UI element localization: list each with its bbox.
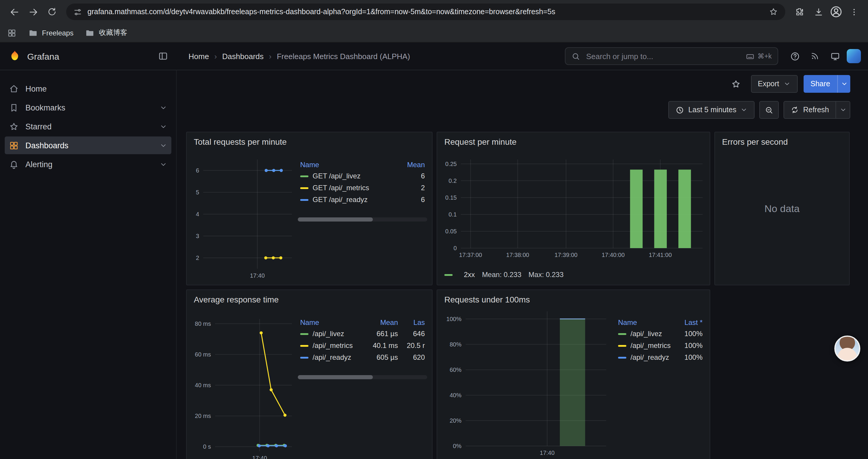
apps-grid-icon[interactable] (7, 28, 17, 37)
forward-icon (28, 7, 38, 17)
legend-mean-value: Mean: 0.233 (482, 270, 521, 279)
user-avatar[interactable] (847, 49, 861, 63)
legend-series-name[interactable]: GET /api/_livez (298, 170, 397, 182)
downloads-button[interactable] (810, 4, 827, 20)
back-button[interactable] (6, 4, 23, 20)
series-color-dash (300, 199, 308, 201)
bar (654, 169, 667, 248)
chevron-down-icon[interactable] (159, 160, 167, 168)
chevron-down-icon[interactable] (159, 123, 167, 130)
legend-header[interactable]: Last * (680, 317, 705, 328)
average-response-time-chart[interactable]: 80 ms60 ms40 ms20 ms0 s17:40 (190, 316, 296, 459)
legend-series-name[interactable]: GET /api/_readyz (298, 194, 397, 205)
news-button[interactable] (807, 48, 823, 64)
y-axis-tick: 0.15 (445, 194, 457, 201)
legend-header[interactable]: Name (298, 160, 397, 170)
app-body: Home Bookmarks Starred Dashboards Alerti… (0, 70, 868, 459)
y-axis-tick: 2 (196, 255, 199, 261)
panel-title[interactable]: Request per minute (437, 132, 710, 151)
scrollbar-thumb[interactable] (298, 375, 373, 379)
url-text[interactable]: grafana.mathmast.com/d/deytv4rwavabkb/fr… (88, 8, 764, 16)
browser-profile-button[interactable] (829, 5, 843, 19)
legend-series-name[interactable]: /api/_livez (298, 328, 365, 340)
sidebar-item-dashboards[interactable]: Dashboards (5, 136, 172, 154)
zoom-out-button[interactable] (759, 101, 779, 119)
legend-scrollbar[interactable] (298, 375, 427, 379)
reload-icon (47, 7, 57, 17)
legend-header[interactable]: Mean (397, 160, 427, 170)
search-input[interactable] (585, 51, 741, 61)
sidebar-toggle-icon[interactable] (158, 51, 168, 61)
y-axis-tick: 0.1 (448, 211, 457, 218)
y-axis-tick: 80 ms (195, 321, 211, 327)
panel-title[interactable]: Total requests per minute (187, 132, 432, 151)
refresh-button[interactable]: Refresh (783, 101, 836, 119)
reload-button[interactable] (44, 4, 60, 20)
legend-value: 646 (400, 328, 427, 340)
y-axis-tick: 100% (446, 316, 462, 322)
refresh-interval-button[interactable] (836, 101, 850, 119)
panel-title[interactable]: Errors per second (715, 132, 849, 151)
series-point (270, 388, 273, 391)
sidebar-item-starred[interactable]: Starred (5, 118, 172, 135)
favorite-dashboard-button[interactable] (727, 75, 745, 93)
help-button[interactable] (786, 48, 803, 64)
bookmark-star-icon[interactable] (769, 7, 778, 17)
bookmark-folder-freeleaps[interactable]: Freeleaps (28, 28, 73, 37)
legend-scrollbar[interactable] (298, 218, 427, 222)
requests-under-100ms-chart[interactable]: 100%80%60%40%20%0%17:40 (441, 308, 610, 457)
legend-series-name[interactable]: /api/_metrics (298, 340, 365, 352)
header-icons (786, 48, 861, 64)
chevron-down-icon[interactable] (159, 141, 167, 149)
share-button[interactable]: Share (803, 75, 837, 93)
legend-value: 605 µs (365, 352, 400, 363)
sidebar-item-bookmarks[interactable]: Bookmarks (5, 99, 172, 117)
browser-window: grafana.mathmast.com/d/deytv4rwavabkb/fr… (0, 0, 868, 459)
bar (630, 169, 643, 248)
legend-header[interactable]: Las (400, 317, 427, 328)
legend-series-name[interactable]: /api/_readyz (616, 352, 680, 363)
share-menu-button[interactable] (837, 75, 850, 93)
extensions-button[interactable] (791, 4, 808, 20)
sidebar-item-alerting[interactable]: Alerting (5, 155, 172, 173)
legend-value: 661 µs (365, 328, 400, 340)
y-axis-tick: 40 ms (195, 382, 211, 388)
legend-series-name[interactable]: GET /api/_metrics (298, 182, 397, 194)
breadcrumb-home[interactable]: Home (188, 52, 209, 61)
search-icon (571, 52, 580, 61)
forward-button[interactable] (25, 4, 41, 20)
chevron-down-icon (740, 106, 747, 113)
chevron-down-icon (783, 80, 790, 88)
breadcrumb-dashboards[interactable]: Dashboards (222, 52, 264, 61)
export-button[interactable]: Export (751, 75, 797, 93)
time-range-picker[interactable]: Last 5 minutes (668, 101, 755, 119)
search-bar[interactable]: ⌘+k (565, 47, 778, 65)
legend-value: 100% (680, 340, 705, 352)
browser-menu-button[interactable] (845, 4, 862, 20)
sidebar-item-label: Starred (25, 122, 52, 131)
sidebar-item-home[interactable]: Home (5, 80, 172, 97)
total-requests-chart[interactable]: 6543217:40 (190, 156, 296, 280)
panel-title[interactable]: Requests under 100ms (437, 290, 710, 309)
assistant-avatar-button[interactable] (834, 335, 860, 362)
legend-row: /api/_readyz605 µs620 (298, 352, 427, 363)
display-button[interactable] (827, 48, 843, 64)
scrollbar-thumb[interactable] (298, 218, 373, 222)
y-axis-tick: 4 (196, 211, 199, 218)
panel-title[interactable]: Average response time (187, 290, 432, 309)
legend-header[interactable]: Name (616, 317, 680, 328)
legend-header[interactable]: Mean (365, 317, 400, 328)
legend-row: /api/_livez100% (616, 328, 705, 340)
grafana-logo-icon[interactable] (8, 50, 21, 63)
legend-series-name[interactable]: /api/_metrics (616, 340, 680, 352)
legend-header[interactable]: Name (298, 317, 365, 328)
legend-series-name[interactable]: /api/_readyz (298, 352, 365, 363)
request-per-minute-chart[interactable]: 0.250.20.150.10.05017:37:0017:38:0017:39… (441, 156, 706, 259)
legend-series-name[interactable]: /api/_livez (616, 328, 680, 340)
bookmark-label: 收藏博客 (99, 28, 127, 38)
legend-series-name[interactable]: 2xx (464, 270, 475, 279)
address-bar[interactable]: grafana.mathmast.com/d/deytv4rwavabkb/fr… (66, 4, 785, 20)
bookmark-folder-blogs[interactable]: 收藏博客 (85, 28, 127, 38)
folder-icon (28, 28, 38, 37)
chevron-down-icon[interactable] (159, 104, 167, 111)
